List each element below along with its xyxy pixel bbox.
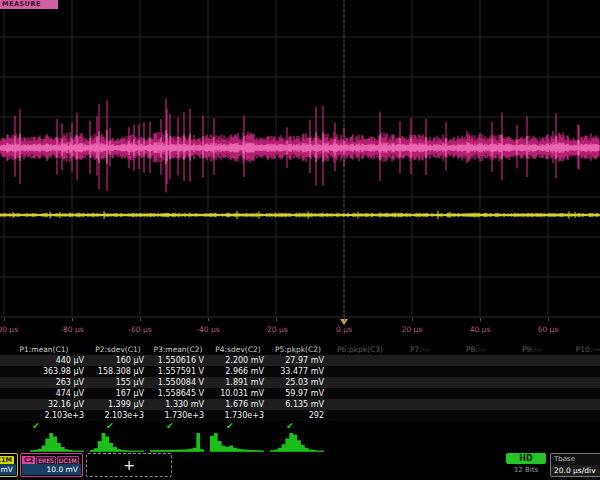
timebase-label: Tbase <box>551 454 600 465</box>
measurement-cell <box>504 355 560 366</box>
histicon-p3 <box>150 430 204 452</box>
axis-tick <box>412 318 413 321</box>
timebase-descriptor[interactable]: Tbase 20.0 µs/div <box>550 453 600 477</box>
measurement-cell: 10.031 mV <box>208 388 268 399</box>
measurement-cell <box>560 366 600 377</box>
measurement-cell <box>560 410 600 421</box>
top-left-trace-label: MEASURE <box>0 0 58 9</box>
timebase-scale-value: 20.0 µs/div <box>551 465 600 476</box>
measurement-cell <box>560 388 600 399</box>
measurement-cell: 1.558645 V <box>148 388 208 399</box>
measurement-cell: 6.135 mV <box>268 399 328 410</box>
axis-tick <box>480 318 481 321</box>
measurement-cell <box>392 388 448 399</box>
param-header-p8[interactable]: P8:--- <box>448 344 504 355</box>
measurement-cell: 2.103e+3 <box>0 410 88 421</box>
measurement-cell <box>328 377 392 388</box>
axis-tick-label: 40 µs <box>456 325 504 334</box>
measurement-cell <box>448 377 504 388</box>
descriptor-bar: DC1M 10.0 mV C2 ERES DC1M 10.0 mV + HD 1… <box>0 452 600 480</box>
add-trace-button[interactable]: + <box>86 453 172 477</box>
measurement-cell <box>328 399 392 410</box>
hd-bits-label: 12 Bits <box>506 466 546 474</box>
measurement-cell <box>504 377 560 388</box>
axis-tick <box>72 318 73 321</box>
measurement-cell <box>504 388 560 399</box>
measurement-row: 440 µV160 µV1.550616 V2.200 mV27.97 mV <box>0 355 600 366</box>
measurement-cell: 27.97 mV <box>268 355 328 366</box>
param-header-p5[interactable]: P5:pkpk(C2) <box>268 344 328 355</box>
axis-tick <box>548 318 549 321</box>
measurement-cell <box>448 388 504 399</box>
measurement-cell: 32.16 µV <box>0 399 88 410</box>
param-header-p10[interactable]: P10:--- <box>560 344 600 355</box>
measurement-cell: 1.330 mV <box>148 399 208 410</box>
measurement-cell: 1.891 mV <box>208 377 268 388</box>
param-header-p3[interactable]: P3:mean(C2) <box>148 344 208 355</box>
param-header-p9[interactable]: P9:--- <box>504 344 560 355</box>
measurement-cell: 25.03 mV <box>268 377 328 388</box>
axis-tick-label: -100 µs <box>0 325 28 334</box>
param-header-p1[interactable]: P1:mean(C1) <box>0 344 88 355</box>
measurement-cell: 155 µV <box>88 377 148 388</box>
measurement-cell: 1.676 mV <box>208 399 268 410</box>
param-header-p2[interactable]: P2:sdev(C1) <box>88 344 148 355</box>
measurement-cell: 160 µV <box>88 355 148 366</box>
measurement-cell <box>560 399 600 410</box>
time-axis: -100 µs-80 µs-60 µs-40 µs-20 µs0 µs20 µs… <box>0 318 600 344</box>
histicon-row <box>0 430 600 452</box>
measurement-row: 474 µV167 µV1.558645 V10.031 mV59.97 mV <box>0 388 600 399</box>
measurement-cell: 1.399 µV <box>88 399 148 410</box>
axis-tick-label: -20 µs <box>252 325 300 334</box>
c1-scale-value: 10.0 mV <box>0 464 16 475</box>
axis-tick-label: -80 µs <box>48 325 96 334</box>
measurement-cell <box>328 410 392 421</box>
measurement-cell: 1.730e+3 <box>208 410 268 421</box>
param-header-p4[interactable]: P4:sdev(C2) <box>208 344 268 355</box>
measurement-cell <box>448 410 504 421</box>
axis-tick-label: 60 µs <box>524 325 572 334</box>
measurement-cell <box>560 355 600 366</box>
measurement-table: P1:mean(C1)P2:sdev(C1)P3:mean(C2)P4:sdev… <box>0 344 600 432</box>
histicon-p1 <box>30 430 84 452</box>
measurement-row: 363.98 µV158.308 µV1.557591 V2.966 mV33.… <box>0 366 600 377</box>
measurement-cell: 2.966 mV <box>208 366 268 377</box>
measurement-cell <box>392 410 448 421</box>
measurement-cell: 1.557591 V <box>148 366 208 377</box>
axis-tick-label: 0 µs <box>320 325 368 334</box>
measurement-cell: 2.200 mV <box>208 355 268 366</box>
waveform-grid: MEASURE <box>0 0 600 318</box>
measurement-cell <box>392 355 448 366</box>
measurement-cell <box>392 366 448 377</box>
measurement-cell <box>328 388 392 399</box>
param-header-p7[interactable]: P7:--- <box>392 344 448 355</box>
measurement-cell: 2.103e+3 <box>88 410 148 421</box>
axis-tick-label: -40 µs <box>184 325 232 334</box>
measurement-cell: 440 µV <box>0 355 88 366</box>
channel-c1-descriptor[interactable]: DC1M 10.0 mV <box>0 453 18 477</box>
measurement-cell <box>448 399 504 410</box>
measurement-cell <box>392 399 448 410</box>
measurement-cell: 158.308 µV <box>88 366 148 377</box>
histicon-p2 <box>90 430 144 452</box>
measurement-cell: 59.97 mV <box>268 388 328 399</box>
axis-tick-label: -60 µs <box>116 325 164 334</box>
measurement-cell: 292 <box>268 410 328 421</box>
measurement-cell: 1.730e+3 <box>148 410 208 421</box>
measurement-row: 263 µV155 µV1.550084 V1.891 mV25.03 mV <box>0 377 600 388</box>
c2-scale-value: 10.0 mV <box>22 464 81 475</box>
param-header-p6[interactable]: P6:pkpk(C3) <box>328 344 392 355</box>
measurement-cell <box>504 410 560 421</box>
measurement-cell: 1.550084 V <box>148 377 208 388</box>
measurement-cell: 33.477 mV <box>268 366 328 377</box>
histicon-p4 <box>210 430 264 452</box>
hd-mode-indicator[interactable]: HD 12 Bits <box>506 453 546 479</box>
measurement-cell: 263 µV <box>0 377 88 388</box>
measurement-cell: 363.98 µV <box>0 366 88 377</box>
channel-c2-descriptor[interactable]: C2 ERES DC1M 10.0 mV <box>20 453 83 477</box>
measurement-cell <box>448 355 504 366</box>
axis-tick <box>208 318 209 321</box>
measurement-cell <box>328 355 392 366</box>
axis-tick <box>4 318 5 321</box>
measurement-cell <box>328 366 392 377</box>
